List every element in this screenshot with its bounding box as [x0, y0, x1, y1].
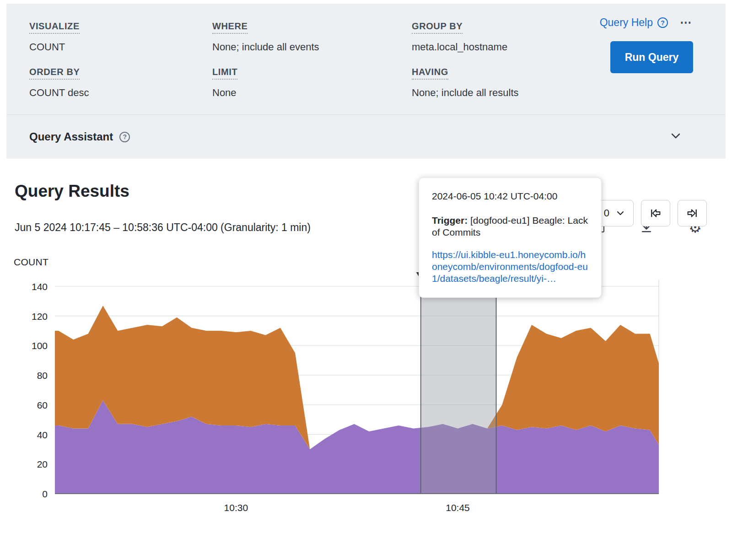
query-builder-panel: VISUALIZE COUNT WHERE None; include all … [6, 4, 726, 114]
where-label: WHERE [212, 21, 248, 34]
y-tick-label: 120 [32, 311, 48, 322]
page-title: Query Results [15, 182, 732, 201]
query-field-limit: LIMIT None [212, 67, 412, 99]
x-tick-label: 10:45 [446, 502, 470, 513]
overflow-menu-button[interactable]: ⋯ [680, 16, 693, 30]
query-assistant-bar[interactable]: Query Assistant ? [6, 114, 726, 159]
selection-band[interactable] [421, 280, 496, 494]
chart-title: COUNT [14, 257, 732, 268]
query-help-label: Query Help [600, 16, 653, 29]
visualize-label: VISUALIZE [29, 21, 80, 34]
y-tick-label: 40 [37, 430, 48, 440]
previous-result-button[interactable] [641, 200, 670, 226]
having-label: HAVING [412, 67, 448, 80]
group-by-value[interactable]: meta.local_hostname [412, 41, 597, 53]
tooltip-trigger-label: Trigger: [432, 215, 468, 226]
query-help-link[interactable]: Query Help ? [600, 16, 668, 29]
tooltip-link[interactable]: https://ui.kibble-eu1.honeycomb.io/honey… [432, 249, 588, 285]
chevron-down-icon[interactable] [670, 130, 682, 144]
y-tick-label: 0 [42, 489, 48, 499]
limit-value[interactable]: None [212, 87, 412, 99]
count-chart[interactable]: 02040608010012014010:3010:45 [0, 270, 732, 525]
next-result-button[interactable] [678, 200, 707, 226]
where-value[interactable]: None; include all events [212, 41, 412, 53]
help-icon: ? [657, 17, 668, 28]
y-tick-label: 80 [37, 370, 48, 381]
query-field-group-by: GROUP BY meta.local_hostname [412, 21, 597, 53]
time-range-label: Jun 5 2024 10:17:45 – 10:58:36 UTC-04:00… [15, 221, 311, 234]
having-value[interactable]: None; include all results [412, 87, 597, 99]
group-by-label: GROUP BY [412, 21, 463, 34]
chart-container: 02040608010012014010:3010:45 [0, 270, 732, 527]
tooltip-trigger: Trigger: [dogfood-eu1] Beagle: Lack of C… [432, 215, 588, 239]
honeycomb-query-page: VISUALIZE COUNT WHERE None; include all … [0, 0, 732, 560]
y-tick-label: 100 [32, 340, 48, 351]
result-count-value: 0 [604, 207, 609, 219]
skip-next-icon [686, 207, 699, 220]
limit-label: LIMIT [212, 67, 237, 80]
order-by-label: ORDER BY [29, 67, 80, 80]
query-assistant-title: Query Assistant [29, 130, 113, 143]
visualize-value[interactable]: COUNT [29, 41, 212, 53]
assistant-help-icon: ? [119, 132, 130, 142]
y-tick-label: 20 [37, 459, 48, 469]
skip-previous-icon [649, 207, 662, 220]
query-field-visualize: VISUALIZE COUNT [29, 21, 212, 53]
tooltip-timestamp: 2024-06-05 10:42 UTC-04:00 [432, 191, 588, 202]
query-field-where: WHERE None; include all events [212, 21, 412, 53]
chevron-down-icon [616, 209, 625, 218]
chart-tooltip: 2024-06-05 10:42 UTC-04:00 Trigger: [dog… [419, 178, 602, 298]
order-by-value[interactable]: COUNT desc [29, 87, 212, 99]
run-query-button[interactable]: Run Query [610, 41, 693, 73]
query-field-having: HAVING None; include all results [412, 67, 597, 99]
y-tick-label: 140 [32, 281, 48, 292]
query-field-order-by: ORDER BY COUNT desc [29, 67, 212, 99]
builder-top-right: Query Help ? ⋯ [600, 16, 693, 30]
x-tick-label: 10:30 [224, 502, 248, 513]
y-tick-label: 60 [37, 400, 48, 410]
